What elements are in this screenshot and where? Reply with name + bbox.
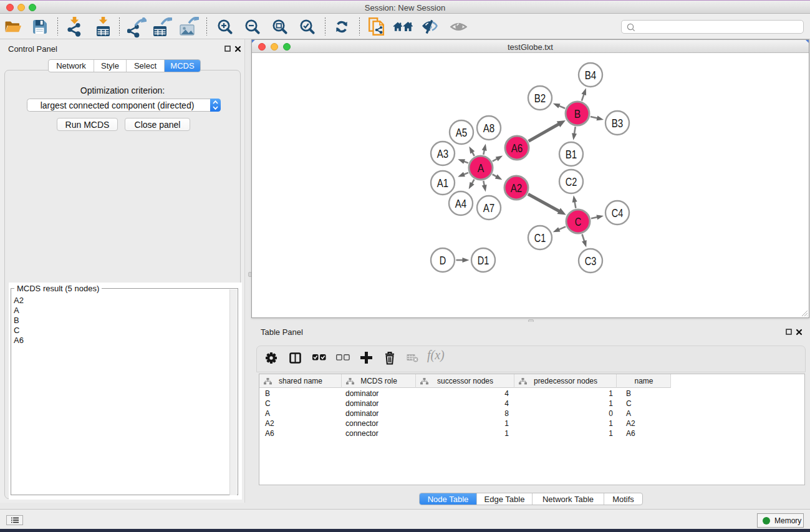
svg-text:C4: C4 [612, 207, 624, 220]
svg-text:A4: A4 [455, 198, 467, 210]
svg-text:C1: C1 [534, 232, 546, 244]
svg-text:C: C [575, 216, 582, 228]
svg-text:D: D [440, 254, 446, 267]
svg-text:B3: B3 [612, 117, 624, 130]
svg-text:A3: A3 [437, 148, 449, 160]
svg-text:A1: A1 [437, 177, 449, 190]
svg-text:D1: D1 [478, 254, 489, 267]
svg-text:B4: B4 [585, 69, 597, 82]
svg-text:C3: C3 [585, 255, 597, 268]
svg-text:B2: B2 [534, 92, 546, 105]
svg-text:A2: A2 [511, 182, 523, 195]
svg-text:B: B [574, 108, 581, 120]
svg-text:A7: A7 [483, 202, 495, 215]
svg-text:C2: C2 [566, 176, 577, 188]
svg-text:A8: A8 [483, 122, 495, 135]
svg-text:A5: A5 [456, 127, 468, 139]
svg-text:A6: A6 [511, 142, 523, 155]
svg-text:A: A [478, 162, 485, 175]
svg-text:B1: B1 [566, 148, 577, 161]
